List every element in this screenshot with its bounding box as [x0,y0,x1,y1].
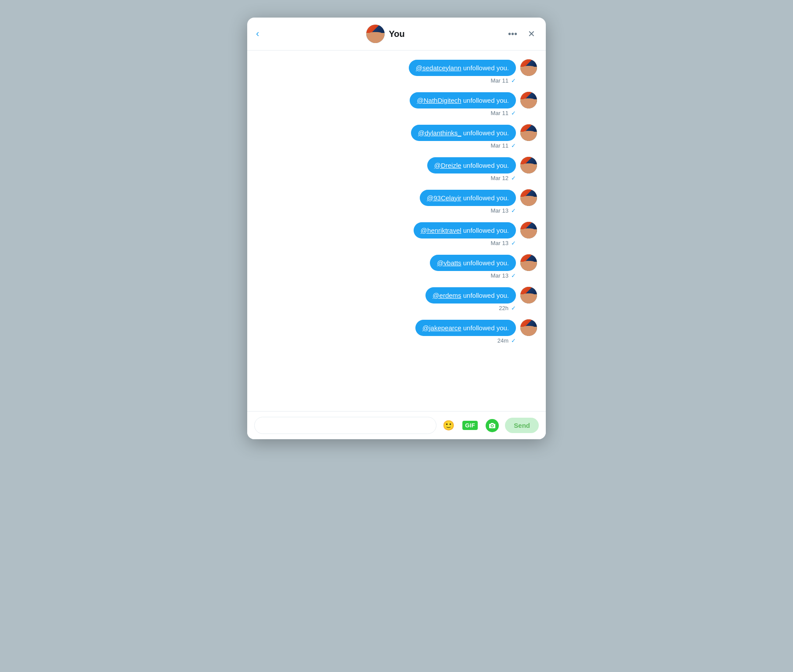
back-button[interactable]: ‹ [256,27,264,40]
message-row: @erdems unfollowed you. 22h✓ [256,287,537,318]
message-meta: Mar 13✓ [491,240,537,246]
message-bubble: @Dreizle unfollowed you. [427,157,516,173]
camera-button[interactable] [484,417,501,434]
message-meta: Mar 13✓ [491,207,537,214]
mention-link[interactable]: @Dreizle [434,162,461,169]
header-center: You [264,25,506,43]
mention-link[interactable]: @vbatts [437,259,461,267]
read-check-icon: ✓ [511,175,516,181]
message-meta: Mar 11✓ [491,77,537,84]
read-check-icon: ✓ [511,142,516,149]
bubble-row: @dylanthinks_ unfollowed you. [411,124,537,141]
input-area: 🙂 GIF Send [247,411,546,439]
read-check-icon: ✓ [511,77,516,84]
gif-button[interactable]: GIF [461,419,479,432]
mention-link[interactable]: @henriktravel [421,227,461,234]
message-date: Mar 12 [491,175,508,181]
emoji-button[interactable]: 🙂 [441,418,456,433]
header-right: ••• ✕ [506,27,537,41]
close-button[interactable]: ✕ [526,27,537,41]
avatar [366,25,385,43]
message-date: 24m [497,337,508,344]
message-avatar [520,319,537,336]
message-bubble: @vbatts unfollowed you. [430,255,516,271]
message-bubble: @sedatceylann unfollowed you. [409,60,516,76]
message-bubble: @erdems unfollowed you. [425,287,516,303]
bubble-row: @93Celayir unfollowed you. [420,189,537,206]
mention-link[interactable]: @jakepearce [422,324,461,332]
message-bubble: @jakepearce unfollowed you. [415,320,516,336]
message-avatar [520,222,537,238]
message-bubble: @NathDigitech unfollowed you. [410,92,516,108]
read-check-icon: ✓ [511,207,516,214]
more-options-button[interactable]: ••• [506,27,519,41]
message-avatar [520,124,537,141]
message-date: Mar 11 [491,77,508,84]
bubble-row: @vbatts unfollowed you. [430,254,537,271]
message-bubble: @93Celayir unfollowed you. [420,190,516,206]
message-avatar [520,189,537,206]
message-modal: ‹ You ••• ✕ @sedatceylann unfollowed you… [247,18,546,439]
modal-header: ‹ You ••• ✕ [247,18,546,51]
bubble-row: @jakepearce unfollowed you. [415,319,537,336]
message-avatar [520,287,537,303]
mention-link[interactable]: @dylanthinks_ [418,129,461,137]
message-date: Mar 11 [491,110,508,116]
message-avatar [520,92,537,108]
message-row: @dylanthinks_ unfollowed you. Mar 11✓ [256,124,537,155]
modal-title: You [389,29,405,39]
message-row: @NathDigitech unfollowed you. Mar 11✓ [256,92,537,123]
message-bubble: @henriktravel unfollowed you. [414,222,516,238]
bubble-row: @Dreizle unfollowed you. [427,157,537,173]
read-check-icon: ✓ [511,305,516,311]
message-date: 22h [499,305,508,311]
message-meta: 24m✓ [497,337,537,344]
message-row: @sedatceylann unfollowed you. Mar 11✓ [256,59,537,90]
mention-link[interactable]: @erdems [433,292,461,299]
message-bubble: @dylanthinks_ unfollowed you. [411,125,516,141]
message-meta: Mar 11✓ [491,110,537,116]
message-input[interactable] [254,417,436,434]
message-date: Mar 13 [491,272,508,279]
mention-link[interactable]: @NathDigitech [417,97,461,104]
gif-label: GIF [462,421,478,430]
message-row: @93Celayir unfollowed you. Mar 13✓ [256,189,537,220]
message-meta: Mar 12✓ [491,175,537,181]
read-check-icon: ✓ [511,240,516,246]
read-check-icon: ✓ [511,110,516,116]
messages-area: @sedatceylann unfollowed you. Mar 11✓@Na… [247,51,546,411]
read-check-icon: ✓ [511,272,516,279]
message-row: @henriktravel unfollowed you. Mar 13✓ [256,222,537,253]
message-date: Mar 11 [491,142,508,149]
mention-link[interactable]: @sedatceylann [416,64,461,72]
message-avatar [520,59,537,76]
message-date: Mar 13 [491,207,508,214]
message-row: @vbatts unfollowed you. Mar 13✓ [256,254,537,285]
message-row: @Dreizle unfollowed you. Mar 12✓ [256,157,537,188]
bubble-row: @erdems unfollowed you. [425,287,537,303]
message-avatar [520,157,537,173]
bubble-row: @henriktravel unfollowed you. [414,222,537,238]
message-row: @jakepearce unfollowed you. 24m✓ [256,319,537,350]
message-meta: Mar 11✓ [491,142,537,149]
camera-icon [486,419,499,432]
read-check-icon: ✓ [511,337,516,344]
send-button[interactable]: Send [505,418,539,433]
message-avatar [520,254,537,271]
message-meta: 22h✓ [499,305,537,311]
bubble-row: @NathDigitech unfollowed you. [410,92,537,108]
message-meta: Mar 13✓ [491,272,537,279]
bubble-row: @sedatceylann unfollowed you. [409,59,537,76]
emoji-icon: 🙂 [443,420,454,431]
message-date: Mar 13 [491,240,508,246]
mention-link[interactable]: @93Celayir [427,194,461,202]
